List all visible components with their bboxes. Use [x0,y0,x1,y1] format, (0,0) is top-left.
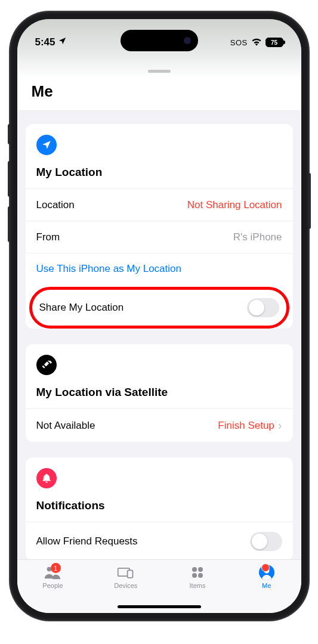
status-right: SOS 75 [230,38,283,48]
wifi-icon [251,38,262,48]
page-title: Me [32,82,287,101]
link-text: Use This iPhone as My Location [36,263,181,274]
tab-label: Items [190,582,206,589]
svg-rect-3 [127,570,132,577]
content-scroll[interactable]: My Location Location Not Sharing Locatio… [17,111,301,559]
my-location-card: My Location Location Not Sharing Locatio… [26,124,293,329]
satellite-card: My Location via Satellite Not Available … [26,344,293,442]
screen: 5:45 SOS 75 Me [17,19,301,613]
row-label: From [36,231,60,243]
tab-label: Me [262,582,271,589]
items-icon [189,565,206,580]
camera-dot [184,37,191,44]
chevron-right-icon: › [278,419,282,432]
notifications-card: Notifications Allow Friend Requests [26,457,293,559]
tab-label: People [42,582,63,589]
dynamic-island [121,30,198,51]
row-label: Location [36,199,75,211]
from-row[interactable]: From R's iPhone [26,221,293,253]
satellite-status-row[interactable]: Not Available Finish Setup › [26,408,293,442]
row-label: Allow Friend Requests [36,535,138,547]
battery-icon: 75 [265,38,283,47]
volume-down-button [8,206,10,242]
status-left: 5:45 [35,36,67,48]
card-title: Notifications [36,499,282,522]
allow-friend-requests-row[interactable]: Allow Friend Requests [26,522,293,559]
bell-icon [36,468,57,488]
tab-me[interactable]: Me [258,565,276,589]
location-arrow-icon [36,135,57,155]
svg-point-5 [198,567,203,572]
devices-icon [117,565,135,580]
use-this-iphone-link[interactable]: Use This iPhone as My Location [26,253,293,284]
people-badge: 1 [51,563,61,573]
me-badge [261,564,270,572]
power-button [308,173,311,229]
share-location-toggle[interactable] [247,298,279,317]
highlight-callout: Share My Location [29,287,289,329]
svg-point-7 [198,573,203,578]
phone-frame: 5:45 SOS 75 Me [10,12,308,620]
sos-indicator: SOS [230,38,248,47]
tab-bar: 1 People Devices Items Me [17,559,301,613]
tab-label: Devices [114,582,137,589]
status-time: 5:45 [35,36,55,48]
location-row[interactable]: Location Not Sharing Location [26,188,293,221]
finish-setup-link: Finish Setup [218,420,274,432]
silence-switch [8,124,10,144]
allow-friend-requests-toggle[interactable] [250,532,282,551]
page-header: Me [17,78,301,111]
row-value: Not Sharing Location [187,199,282,211]
svg-point-6 [192,573,197,578]
tab-people[interactable]: 1 People [42,565,63,589]
card-title: My Location via Satellite [36,386,282,408]
tab-devices[interactable]: Devices [114,565,137,589]
share-my-location-row[interactable]: Share My Location [32,290,286,326]
toggle-knob [252,534,267,549]
battery-level: 75 [271,39,277,46]
location-arrow-icon [58,36,67,48]
row-label: Not Available [36,420,95,432]
tab-items[interactable]: Items [189,565,206,589]
row-label: Share My Location [39,302,124,314]
svg-point-4 [192,567,197,572]
sheet-top [17,54,301,78]
card-title: My Location [36,166,282,188]
toggle-knob [249,300,264,315]
satellite-icon [36,355,57,375]
volume-up-button [8,161,10,197]
home-indicator[interactable] [118,605,201,608]
sheet-grabber[interactable] [148,70,171,73]
row-value: R's iPhone [233,231,282,243]
